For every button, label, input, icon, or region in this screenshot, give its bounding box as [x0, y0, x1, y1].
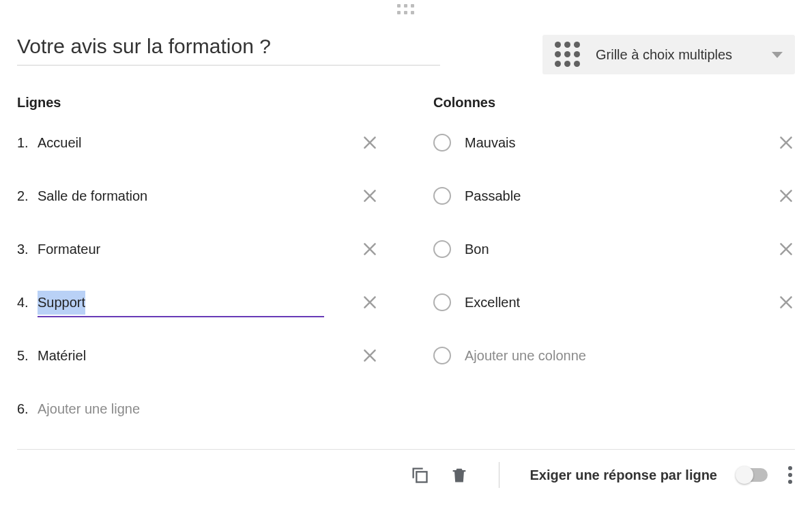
more-options-button[interactable] — [788, 466, 792, 484]
remove-column-button[interactable] — [777, 134, 795, 152]
column-label-input[interactable]: Mauvais — [465, 131, 515, 155]
rows-heading: Lignes — [17, 95, 379, 111]
remove-column-button[interactable] — [777, 187, 795, 205]
required-label: Exiger une réponse par ligne — [530, 467, 717, 483]
row-item: 5. Matériel — [17, 336, 379, 375]
column-label-input[interactable]: Bon — [465, 237, 489, 261]
add-column-label: Ajouter une colonne — [465, 344, 586, 368]
radio-icon — [433, 347, 451, 364]
grid-icon — [555, 42, 581, 68]
remove-row-button[interactable] — [361, 187, 379, 205]
column-item: Passable — [433, 176, 795, 216]
remove-row-button[interactable] — [361, 293, 379, 311]
column-label-input[interactable]: Excellent — [465, 291, 520, 315]
row-item: 3. Formateur — [17, 229, 379, 269]
row-label-input[interactable]: Salle de formation — [38, 184, 147, 208]
row-label-input[interactable]: Accueil — [38, 131, 81, 155]
row-index: 3. — [17, 242, 38, 257]
row-item: 2. Salle de formation — [17, 176, 379, 216]
footer-separator — [499, 462, 499, 488]
radio-icon — [433, 187, 451, 205]
columns-column: Colonnes Mauvais Passable Bon — [433, 95, 795, 442]
radio-icon — [433, 293, 451, 311]
remove-column-button[interactable] — [777, 293, 795, 311]
columns-heading: Colonnes — [433, 95, 795, 111]
row-label-input[interactable]: Formateur — [38, 237, 100, 261]
radio-icon — [433, 240, 451, 258]
radio-icon — [433, 134, 451, 152]
column-label-input[interactable]: Passable — [465, 184, 521, 208]
add-row[interactable]: 6. Ajouter une ligne — [17, 389, 379, 429]
row-label-input[interactable]: Support — [38, 291, 85, 315]
row-index: 6. — [17, 401, 38, 417]
remove-column-button[interactable] — [777, 240, 795, 258]
svg-rect-0 — [417, 472, 427, 482]
row-item: 1. Accueil — [17, 123, 379, 162]
add-column[interactable]: Ajouter une colonne — [433, 336, 795, 375]
row-index: 5. — [17, 348, 38, 364]
row-index: 1. — [17, 135, 38, 151]
drag-handle-icon — [397, 4, 416, 16]
delete-button[interactable] — [450, 465, 469, 485]
chevron-down-icon — [772, 52, 783, 58]
question-type-select[interactable]: Grille à choix multiples — [542, 35, 795, 74]
add-row-label: Ajouter une ligne — [38, 397, 140, 421]
drag-handle[interactable] — [0, 0, 812, 18]
remove-row-button[interactable] — [361, 240, 379, 258]
row-item: 4. Support — [17, 283, 379, 322]
question-header: Grille à choix multiples — [17, 18, 795, 74]
row-index: 2. — [17, 188, 38, 204]
question-title-input[interactable] — [17, 32, 440, 66]
duplicate-button[interactable] — [410, 465, 429, 485]
column-item: Excellent — [433, 283, 795, 322]
remove-row-button[interactable] — [361, 347, 379, 364]
question-footer: Exiger une réponse par ligne — [17, 450, 795, 488]
question-card: Grille à choix multiples Lignes 1. Accue… — [10, 18, 802, 488]
row-index: 4. — [17, 295, 38, 311]
rows-column: Lignes 1. Accueil 2. Salle de formation … — [17, 95, 379, 442]
column-item: Bon — [433, 229, 795, 269]
row-label-input[interactable]: Matériel — [38, 344, 86, 368]
column-item: Mauvais — [433, 123, 795, 162]
required-toggle[interactable] — [738, 468, 768, 482]
active-underline — [38, 316, 324, 317]
remove-row-button[interactable] — [361, 134, 379, 152]
question-type-label: Grille à choix multiples — [596, 47, 772, 63]
question-title-wrap — [17, 32, 440, 66]
